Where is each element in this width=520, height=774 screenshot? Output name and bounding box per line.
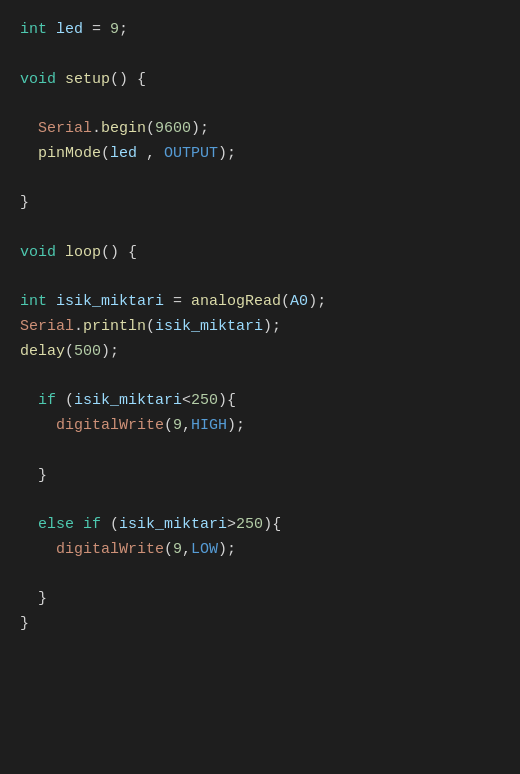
code-line-12: } [20, 464, 520, 489]
code-line-8: Serial.println(isik_miktari); [20, 315, 520, 340]
code-line-15: } [20, 587, 520, 612]
code-line-5: } [20, 191, 520, 216]
code-line-6: void loop() { [20, 241, 520, 266]
blank-line [20, 167, 520, 192]
blank-line [20, 92, 520, 117]
code-line-4: pinMode(led , OUTPUT); [20, 142, 520, 167]
code-line-1: int led = 9; [20, 18, 520, 43]
blank-line [20, 439, 520, 464]
code-line-7: int isik_miktari = analogRead(A0); [20, 290, 520, 315]
code-line-16: } [20, 612, 520, 637]
blank-line [20, 266, 520, 291]
blank-line [20, 488, 520, 513]
code-line-13: else if (isik_miktari>250){ [20, 513, 520, 538]
blank-line [20, 216, 520, 241]
code-line-10: if (isik_miktari<250){ [20, 389, 520, 414]
blank-line [20, 365, 520, 390]
code-line-14: digitalWrite(9,LOW); [20, 538, 520, 563]
code-line-9: delay(500); [20, 340, 520, 365]
blank-line [20, 563, 520, 588]
blank-line [20, 43, 520, 68]
code-line-3: Serial.begin(9600); [20, 117, 520, 142]
code-line-11: digitalWrite(9,HIGH); [20, 414, 520, 439]
code-editor: int led = 9; void setup() { Serial.begin… [0, 10, 520, 645]
code-line-2: void setup() { [20, 68, 520, 93]
